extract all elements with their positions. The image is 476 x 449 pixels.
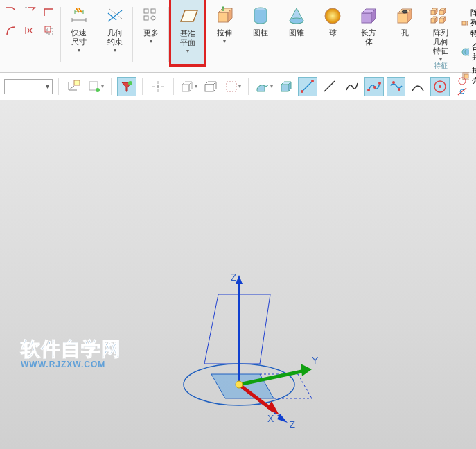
wireframe-icon[interactable]: ▾ xyxy=(179,77,199,96)
cylinder-label: 圆柱 xyxy=(253,28,268,37)
more-label: 更多 xyxy=(143,28,159,37)
hole-label: 孔 xyxy=(401,28,409,37)
cylinder-button[interactable]: 圆柱 xyxy=(247,3,274,39)
chevron-down-icon: ▾ xyxy=(186,48,189,54)
datum-plane-label: 基准平面 xyxy=(177,29,199,47)
svg-point-20 xyxy=(465,49,469,55)
point-icon[interactable] xyxy=(148,77,168,96)
toolbar: ▾ ▾ ▾ ▾ ▾ xyxy=(0,73,476,100)
unite-label: 合并 xyxy=(472,42,476,62)
coordinate-system[interactable]: Z Z Y X xyxy=(152,274,326,448)
circle-point-icon[interactable] xyxy=(430,77,450,96)
mirror-icon[interactable] xyxy=(24,24,36,37)
circle-icon[interactable] xyxy=(452,76,472,86)
svg-point-40 xyxy=(439,85,441,88)
line-plain-icon[interactable] xyxy=(320,77,340,96)
svg-rect-15 xyxy=(431,19,435,23)
svg-rect-29 xyxy=(205,85,213,91)
line-tool-icon[interactable] xyxy=(298,77,317,96)
shell-label: 抽壳 xyxy=(472,65,476,86)
sphere-group: 球 xyxy=(315,3,351,72)
sphere-label: 球 xyxy=(329,28,337,37)
shaded-surface-icon[interactable]: ▾ xyxy=(254,77,274,96)
watermark-main: 软件自学网 xyxy=(21,336,121,362)
svg-point-25 xyxy=(96,88,100,92)
constraint-group: 几何约束 ▾ xyxy=(97,3,133,72)
svg-rect-2 xyxy=(144,9,148,13)
svg-point-41 xyxy=(459,78,466,85)
datum-plane-group: 基准平面 ▾ xyxy=(169,0,206,67)
offset-icon[interactable] xyxy=(43,24,55,37)
chevron-down-icon: ▾ xyxy=(150,38,152,44)
corner-icon[interactable] xyxy=(43,6,55,19)
cylinder-group: 圆柱 xyxy=(243,3,279,72)
datum-plane-button[interactable]: 基准平面 ▾ xyxy=(174,4,202,55)
more-group: 更多 ▾ xyxy=(133,3,169,72)
geo-constraint-label: 几何约束 xyxy=(104,28,126,46)
svg-rect-4 xyxy=(144,16,148,20)
pattern-group: 阵列几何特征 ▾ 特征 xyxy=(423,3,459,72)
feature-group-label: 特征 xyxy=(434,61,448,71)
svg-rect-23 xyxy=(74,80,80,85)
quick-dim-label: 快速尺寸 xyxy=(68,28,90,46)
arc-icon[interactable] xyxy=(408,77,427,96)
svg-point-51 xyxy=(236,381,243,388)
shaded-cube-icon[interactable] xyxy=(276,77,296,96)
more-button[interactable]: 更多 ▾ xyxy=(137,3,165,46)
cuboid-label: 长方体 xyxy=(358,28,380,46)
svg-point-12 xyxy=(402,10,407,13)
svg-rect-11 xyxy=(398,13,407,23)
pattern-label: 阵列特 xyxy=(470,8,476,39)
viewport-3d[interactable]: Z Z Y X 软件自学网 WWW.RJZXW.COM xyxy=(0,100,476,449)
chevron-down-icon: ▾ xyxy=(78,47,80,53)
spline-points-icon[interactable] xyxy=(364,77,384,96)
sphere-button[interactable]: 球 xyxy=(319,3,346,39)
spline-icon[interactable] xyxy=(342,77,362,96)
quick-dimension-button[interactable]: 快速尺寸 ▾ xyxy=(65,3,93,55)
svg-marker-47 xyxy=(277,414,288,423)
svg-rect-1 xyxy=(47,28,53,34)
tangent-line-icon[interactable] xyxy=(452,87,472,96)
cone-label: 圆锥 xyxy=(289,28,304,37)
cuboid-button[interactable]: 长方体 xyxy=(355,3,382,48)
unite-item[interactable]: 合并 xyxy=(461,42,476,62)
extrude-group: 拉伸 ▾ xyxy=(206,3,243,72)
svg-rect-16 xyxy=(439,19,443,23)
extend-icon[interactable] xyxy=(24,6,36,19)
chevron-down-icon: ▾ xyxy=(114,47,116,53)
trim-icon[interactable] xyxy=(4,6,17,19)
svg-point-36 xyxy=(378,82,381,85)
filter-icon[interactable] xyxy=(117,77,136,96)
x-axis-label: X xyxy=(267,413,274,424)
svg-rect-17 xyxy=(462,21,466,25)
selection-box-icon[interactable]: ▾ xyxy=(223,77,243,96)
svg-rect-0 xyxy=(45,26,51,32)
cuboid-group: 长方体 xyxy=(351,3,387,72)
svg-rect-31 xyxy=(281,85,288,91)
svg-rect-28 xyxy=(182,85,189,91)
tool-icon-a[interactable]: ▾ xyxy=(86,77,105,96)
geometric-constraint-button[interactable]: 几何约束 ▾ xyxy=(101,3,129,55)
toolbar-combo[interactable]: ▾ xyxy=(4,79,53,94)
ribbon: 快速尺寸 ▾ 几何约束 ▾ 更多 ▾ 基准平面 ▾ 拉伸 ▾ xyxy=(0,0,476,73)
z-axis-label: Z xyxy=(231,274,237,283)
pattern-feature-label: 阵列几何特征 xyxy=(430,28,452,55)
box-icon[interactable] xyxy=(201,77,220,96)
svg-rect-13 xyxy=(431,10,435,15)
extrude-button[interactable]: 拉伸 ▾ xyxy=(211,3,238,46)
csys-icon[interactable] xyxy=(64,77,83,96)
cone-button[interactable]: 圆锥 xyxy=(283,3,310,39)
svg-point-26 xyxy=(128,81,132,85)
svg-point-35 xyxy=(373,86,376,89)
svg-rect-6 xyxy=(218,12,228,22)
wave-icon[interactable] xyxy=(387,77,406,96)
pattern-feature-button[interactable]: 阵列几何特征 ▾ xyxy=(427,3,455,64)
extrude-label: 拉伸 xyxy=(217,28,232,37)
cone-group: 圆锥 xyxy=(279,3,315,72)
svg-rect-18 xyxy=(467,21,468,25)
svg-point-32 xyxy=(301,90,303,93)
fillet-icon[interactable] xyxy=(4,24,17,37)
hole-button[interactable]: 孔 xyxy=(391,3,418,39)
pattern-feature-item[interactable]: 阵列特 xyxy=(461,8,476,39)
svg-point-33 xyxy=(311,80,314,82)
